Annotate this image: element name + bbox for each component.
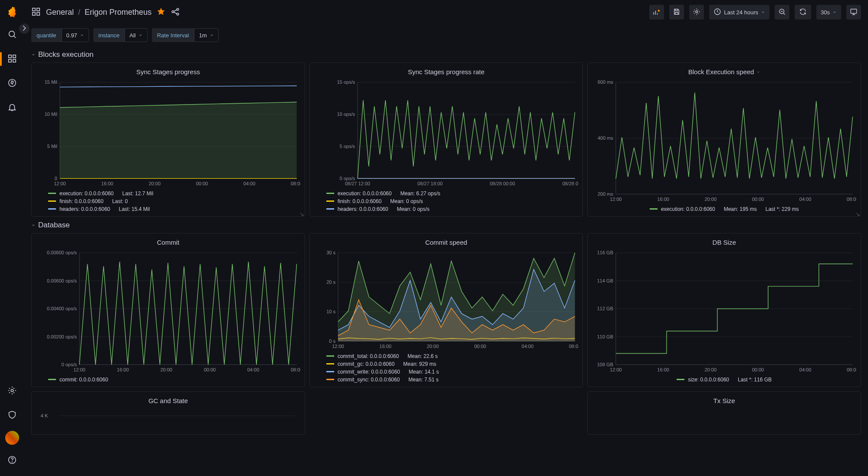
breadcrumb-separator: /: [78, 8, 80, 17]
legend-item[interactable]: commit_gc: 0.0.0.0:6060Mean: 929 ms: [326, 361, 579, 367]
tv-mode-button[interactable]: [846, 5, 861, 20]
legend-item[interactable]: commit_sync: 0.0.0.0:6060Mean: 7.51 s: [326, 377, 579, 383]
row-toggle-database[interactable]: Database: [31, 217, 861, 233]
panel-commit[interactable]: Commit 0 ops/s0.00200 ops/s0.00400 ops/s…: [31, 233, 305, 387]
nav-settings[interactable]: [3, 382, 21, 400]
panel-title: Commit: [36, 237, 300, 249]
svg-text:16:00: 16:00: [658, 367, 670, 372]
nav-search[interactable]: [3, 26, 21, 43]
star-icon[interactable]: [157, 7, 165, 17]
svg-text:04:00: 04:00: [521, 344, 533, 349]
time-range-picker[interactable]: Last 24 hours: [709, 5, 769, 20]
svg-text:20:00: 20:00: [705, 367, 717, 372]
save-button[interactable]: [669, 5, 684, 20]
variable-select[interactable]: 0.97: [62, 28, 89, 42]
breadcrumb-folder[interactable]: General: [46, 8, 74, 17]
legend-swatch: [48, 379, 56, 380]
panel-db-size[interactable]: DB Size 108 GB110 GB112 GB114 GB116 GB12…: [587, 233, 861, 387]
svg-text:116 GB: 116 GB: [597, 250, 613, 255]
nav-dashboards[interactable]: [3, 50, 21, 68]
legend-item[interactable]: commit_write: 0.0.0.0:6060Mean: 14.1 s: [326, 369, 579, 375]
svg-text:16:00: 16:00: [101, 181, 113, 186]
share-icon[interactable]: [171, 7, 180, 18]
dashboard-grid-icon[interactable]: [31, 7, 41, 18]
variable-instance[interactable]: instance All: [93, 28, 148, 42]
legend-stat: Mean: 195 ms: [724, 206, 757, 212]
add-panel-button[interactable]: [649, 5, 664, 20]
legend-stat: Last *: 229 ms: [766, 206, 799, 212]
legend-stat: Mean: 22.6 s: [408, 353, 437, 359]
svg-text:04:00: 04:00: [799, 197, 812, 202]
compass-icon: [7, 78, 17, 89]
svg-text:08:00: 08:00: [569, 344, 579, 349]
legend-item[interactable]: headers: 0.0.0.0:6060Last: 15.4 Mil: [48, 206, 300, 212]
zoom-out-button[interactable]: [775, 5, 789, 20]
legend-item[interactable]: execution: 0.0.0.0:6060Last: 12.7 Mil: [48, 190, 300, 197]
panel-block-speed[interactable]: Block Execution speed 200 ms400 ms600 ms…: [587, 62, 861, 217]
time-range-label: Last 24 hours: [724, 9, 758, 16]
nav-help[interactable]: [3, 452, 21, 469]
svg-text:08/27 12:00: 08/27 12:00: [345, 181, 370, 186]
svg-text:10 ops/s: 10 ops/s: [337, 112, 355, 117]
nav-alerting[interactable]: [3, 99, 21, 116]
dashboard-settings-button[interactable]: [689, 5, 704, 20]
chart[interactable]: 0 s10 s20 s30 s12:0016:0020:0000:0004:00…: [314, 249, 579, 351]
row-toggle-blocks[interactable]: Blocks execution: [31, 46, 861, 62]
legend-name: size: 0.0.0.0:6060: [688, 377, 729, 383]
svg-point-0: [9, 31, 15, 36]
refresh-interval-picker[interactable]: 30s: [816, 5, 841, 20]
chevron-down-icon: [31, 221, 36, 230]
svg-text:00:00: 00:00: [474, 344, 486, 349]
save-icon: [673, 8, 681, 17]
refresh-button[interactable]: [795, 5, 811, 20]
chart[interactable]: 05 Mil10 Mil15 Mil12:0016:0020:0000:0004…: [36, 79, 300, 188]
svg-text:0: 0: [55, 176, 57, 181]
user-avatar[interactable]: [5, 431, 19, 445]
variable-quantile[interactable]: quantile 0.97: [31, 28, 89, 42]
legend-name: commit_total: 0.0.0.0:6060: [338, 353, 399, 359]
legend-item[interactable]: commit_total: 0.0.0.0:6060Mean: 22.6 s: [326, 353, 579, 359]
panel-title: Sync Stages progress: [36, 66, 300, 79]
legend-item[interactable]: finish: 0.0.0.0:6060Last: 0: [48, 198, 300, 204]
grafana-logo[interactable]: [5, 5, 19, 19]
chart[interactable]: 4 K: [36, 408, 300, 432]
svg-text:04:00: 04:00: [247, 367, 260, 372]
legend-stat: Mean: 0 ops/s: [390, 198, 423, 204]
legend-stat: Last *: 116 GB: [738, 377, 772, 383]
chart[interactable]: 0 ops/s5 ops/s10 ops/s15 ops/s08/27 12:0…: [314, 79, 579, 188]
svg-text:12:00: 12:00: [73, 367, 85, 372]
legend-swatch: [677, 379, 684, 380]
variable-select[interactable]: All: [125, 28, 147, 42]
variable-rate-interval[interactable]: Rate Interval 1m: [152, 28, 219, 42]
svg-text:16:00: 16:00: [658, 197, 670, 202]
legend-item[interactable]: execution: 0.0.0.0:6060Mean: 195 msLast …: [650, 206, 799, 212]
panel-gc-state[interactable]: GC and State 4 K: [31, 391, 305, 435]
panel-sync-stages[interactable]: Sync Stages progress 05 Mil10 Mil15 Mil1…: [31, 62, 305, 217]
chart[interactable]: 0 ops/s0.00200 ops/s0.00400 ops/s0.00600…: [36, 249, 300, 374]
panel-tx-size[interactable]: Tx Size: [587, 391, 861, 435]
breadcrumb-title[interactable]: Erigon Prometheus: [85, 8, 151, 17]
resize-handle[interactable]: ↘: [299, 211, 304, 215]
legend-item[interactable]: headers: 0.0.0.0:6060Mean: 0 ops/s: [326, 206, 579, 212]
svg-text:12:00: 12:00: [610, 367, 622, 372]
svg-text:0.00600 ops/s: 0.00600 ops/s: [47, 278, 77, 283]
chart[interactable]: 108 GB110 GB112 GB114 GB116 GB12:0016:00…: [592, 249, 856, 374]
panel-sync-rate[interactable]: Sync Stages progress rate 0 ops/s5 ops/s…: [309, 62, 583, 217]
variable-select[interactable]: 1m: [194, 28, 218, 42]
resize-handle[interactable]: ↘: [855, 211, 860, 215]
legend-item[interactable]: size: 0.0.0.0:6060Last *: 116 GB: [677, 377, 772, 383]
legend-item[interactable]: execution: 0.0.0.0:6060Mean: 6.27 ops/s: [326, 190, 579, 197]
svg-point-5: [9, 79, 16, 86]
svg-rect-12: [37, 12, 39, 15]
nav-admin[interactable]: [3, 407, 21, 424]
legend-name: finish: 0.0.0.0:6060: [59, 198, 103, 204]
help-icon: [7, 455, 17, 466]
chevron-down-icon[interactable]: [756, 68, 760, 76]
panel-commit-speed[interactable]: Commit speed 0 s10 s20 s30 s12:0016:0020…: [309, 233, 583, 387]
svg-text:110 GB: 110 GB: [597, 334, 613, 339]
legend-item[interactable]: finish: 0.0.0.0:6060Mean: 0 ops/s: [326, 198, 579, 204]
chart[interactable]: 200 ms400 ms600 ms12:0016:0020:0000:0004…: [592, 79, 856, 204]
search-icon: [7, 30, 17, 40]
nav-explore[interactable]: [3, 75, 21, 92]
legend-item[interactable]: commit: 0.0.0.0:6060: [48, 377, 300, 383]
